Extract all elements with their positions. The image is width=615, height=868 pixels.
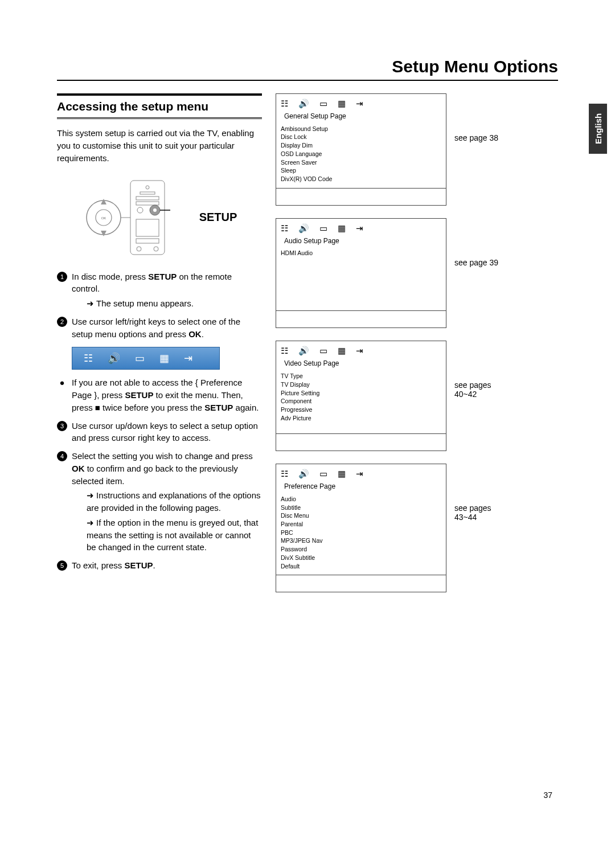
panel-row: ☷🔊▭▦⇥General Setup PageAmbisound SetupDi… [276, 93, 558, 206]
panel-page-reference: see page 38 [446, 93, 515, 142]
panel-item: TV Display [281, 380, 441, 389]
panel-page-reference: see pages 40~42 [446, 341, 515, 399]
intro-text: This system setup is carried out via the… [57, 127, 262, 164]
note-f: SETUP [204, 403, 233, 412]
svg-text:OK: OK [101, 216, 106, 220]
screen-icon: ▭ [319, 345, 327, 357]
step1-sub: The setup menu appears. [96, 298, 194, 308]
sliders-icon: ☷ [84, 351, 93, 366]
speaker-icon: 🔊 [298, 468, 309, 480]
menu-icon-bar: ☷ 🔊 ▭ ▦ ⇥ [72, 347, 220, 370]
setup-panel: ☷🔊▭▦⇥Video Setup PageTV TypeTV DisplayPi… [276, 341, 446, 451]
sliders-icon: ☷ [281, 345, 288, 357]
panel-items: TV TypeTV DisplayPicture SettingComponen… [276, 371, 446, 433]
panel-title: Preference Page [276, 482, 446, 494]
setup-callout-label: SETUP [199, 209, 237, 226]
panel-title: General Setup Page [276, 112, 446, 124]
grid-icon: ▦ [338, 345, 346, 357]
panel-page-reference: see pages 43~44 [446, 464, 515, 522]
step-bullet-3: 3 [57, 421, 67, 431]
panel-items: HDMI Audio [276, 248, 446, 310]
preference-note: ● If you are not able to access the { Pr… [57, 376, 262, 413]
speaker-icon: 🔊 [298, 222, 309, 234]
step-bullet-2: 2 [57, 317, 67, 327]
step-3: 3 Use cursor up/down keys to select a se… [57, 420, 262, 445]
panel-item: Display Dim [281, 141, 441, 150]
step-5: 5 To exit, press SETUP. [57, 559, 262, 572]
panel-item: Disc Lock [281, 133, 441, 141]
svg-point-12 [153, 208, 157, 212]
language-tab: English [589, 104, 607, 154]
goto-icon: ⇥ [356, 222, 363, 234]
panel-item: Adv Picture [281, 414, 441, 423]
sliders-icon: ☷ [281, 222, 288, 234]
goto-icon: ⇥ [356, 468, 363, 480]
panel-item: Default [281, 562, 441, 571]
panel-item: DivX Subtitle [281, 554, 441, 562]
arrow-icon: ➜ [87, 490, 94, 500]
step-2: 2 Use cursor left/right keys to select o… [57, 316, 262, 341]
step1-b: SETUP [148, 272, 177, 281]
panel-item: OSD Language [281, 150, 441, 158]
page-title: Setup Menu Options [57, 57, 558, 81]
stop-icon: ■ [95, 403, 100, 412]
panel-item: Component [281, 397, 441, 406]
panel-item: Password [281, 545, 441, 554]
panel-item: DivX(R) VOD Code [281, 175, 441, 183]
panel-item: Ambisound Setup [281, 125, 441, 133]
right-column: ☷🔊▭▦⇥General Setup PageAmbisound SetupDi… [276, 93, 558, 605]
step5-a: To exit, press [72, 560, 125, 570]
panel-title: Audio Setup Page [276, 236, 446, 248]
speaker-icon: 🔊 [298, 97, 309, 109]
arrow-icon: ➜ [87, 298, 94, 308]
goto-icon: ⇥ [184, 351, 192, 366]
panel-item: PBC [281, 529, 441, 537]
step4-b: OK [72, 464, 85, 473]
arrow-icon: ➜ [87, 518, 94, 527]
panel-footer [276, 575, 446, 592]
panel-item: Picture Setting [281, 389, 441, 398]
step2-a: Use cursor left/right keys to select one… [72, 317, 240, 339]
panel-row: ☷🔊▭▦⇥Video Setup PageTV TypeTV DisplayPi… [276, 341, 558, 451]
step-bullet-5: 5 [57, 560, 67, 571]
speaker-icon: 🔊 [298, 345, 309, 357]
step4-a: Select the setting you wish to change an… [72, 451, 253, 461]
grid-icon: ▦ [338, 468, 346, 480]
panel-item: Disc Menu [281, 511, 441, 520]
step5-b: SETUP [125, 560, 153, 570]
panel-items: AudioSubtitleDisc MenuParentalPBCMP3/JPE… [276, 494, 446, 575]
note-g: again. [233, 403, 259, 412]
step4-sub1: Instructions and explanations of the opt… [87, 490, 261, 513]
panel-row: ☷🔊▭▦⇥Audio Setup PageHDMI Audiosee page … [276, 218, 558, 329]
panel-item: MP3/JPEG Nav [281, 537, 441, 545]
screen-icon: ▭ [319, 468, 327, 480]
step5-c: . [153, 560, 155, 570]
panel-page-reference: see page 39 [446, 218, 515, 267]
step-1: 1 In disc mode, press SETUP on the remot… [57, 271, 262, 310]
panel-items: Ambisound SetupDisc LockDisplay DimOSD L… [276, 124, 446, 188]
remote-illustration: OK SETU [57, 175, 262, 260]
step2-c: . [202, 329, 204, 339]
step-bullet-1: 1 [57, 272, 67, 282]
grid-icon: ▦ [159, 351, 169, 366]
bullet-icon: ● [57, 376, 67, 389]
setup-panel: ☷🔊▭▦⇥Audio Setup PageHDMI Audio [276, 218, 446, 329]
panel-item: Screen Saver [281, 158, 441, 167]
step2-b: OK [188, 329, 202, 339]
panel-footer [276, 188, 446, 205]
setup-panel: ☷🔊▭▦⇥Preference PageAudioSubtitleDisc Me… [276, 464, 446, 592]
left-column: Accessing the setup menu This system set… [57, 93, 262, 605]
panel-item: Subtitle [281, 503, 441, 512]
step4-c: to confirm and go back to the previously… [72, 464, 238, 486]
grid-icon: ▦ [338, 222, 346, 234]
note-b: SETUP [125, 390, 153, 400]
panel-title: Video Setup Page [276, 359, 446, 371]
panel-footer [276, 310, 446, 327]
grid-icon: ▦ [338, 97, 346, 109]
speaker-icon: 🔊 [108, 351, 120, 366]
step-bullet-4: 4 [57, 451, 67, 461]
page-content: Setup Menu Options Accessing the setup m… [57, 57, 558, 605]
panel-row: ☷🔊▭▦⇥Preference PageAudioSubtitleDisc Me… [276, 464, 558, 592]
panel-item: TV Type [281, 372, 441, 380]
screen-icon: ▭ [319, 222, 327, 234]
